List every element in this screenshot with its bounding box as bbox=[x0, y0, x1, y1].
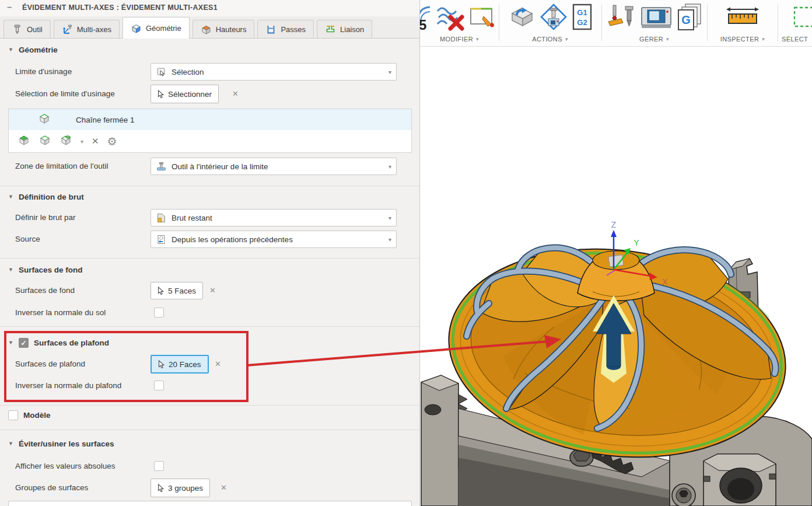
section-header-plafond[interactable]: ▼ ✓ Surfaces de plafond bbox=[8, 338, 109, 348]
operation-dialog-panel: – ÉVIDEMENT MULTI-AXES : ÉVIDEMENT MULTI… bbox=[0, 0, 420, 506]
ribbon-group-label[interactable]: GÉRER▾ bbox=[639, 34, 669, 44]
surface-groups-label: Groupes de surfaces bbox=[15, 479, 88, 497]
model-checkbox[interactable] bbox=[8, 410, 18, 420]
chevron-down-icon: ▾ bbox=[666, 36, 669, 42]
ribbon-group-label[interactable]: ACTIONS▾ bbox=[532, 34, 568, 44]
invert-floor-normal-checkbox[interactable] bbox=[154, 308, 164, 317]
tab-liaison[interactable]: Liaison bbox=[317, 20, 372, 38]
separator bbox=[0, 186, 419, 186]
add-solid-face-chain-icon[interactable] bbox=[18, 134, 30, 149]
machining-boundary-dropdown[interactable]: Sélection ▾ bbox=[150, 63, 397, 81]
window-select-icon[interactable] bbox=[793, 6, 812, 27]
tab-passes[interactable]: Passes bbox=[257, 20, 314, 38]
ceiling-enabled-checkbox[interactable]: ✓ bbox=[19, 338, 29, 348]
ribbon-group-label[interactable]: INSPECTER▾ bbox=[720, 34, 765, 44]
stock-mode-label: Définir le brut par bbox=[15, 209, 76, 226]
section-header-fond[interactable]: ▼ Surfaces de fond bbox=[8, 266, 82, 274]
machine-icon[interactable] bbox=[640, 4, 672, 30]
tool-containment-label: Zone de limitation de l'outil bbox=[15, 158, 108, 175]
previous-operations-icon bbox=[156, 234, 167, 245]
floor-faces-button[interactable]: 5 Faces bbox=[150, 282, 203, 299]
ribbon-group-label[interactable]: SÉLECT bbox=[778, 34, 808, 44]
section-header-brut[interactable]: ▼ Définition de brut bbox=[8, 193, 84, 201]
measure-ruler-icon[interactable] bbox=[724, 4, 761, 30]
svg-text:G1: G1 bbox=[577, 8, 587, 17]
tab-multi-axes[interactable]: Multi-axes bbox=[54, 20, 120, 38]
add-partial-face-chain-icon[interactable] bbox=[60, 134, 72, 149]
linking-icon bbox=[325, 24, 336, 35]
surface-groups-button[interactable]: 3 groupes bbox=[150, 479, 210, 497]
application-window: – ÉVIDEMENT MULTI-AXES : ÉVIDEMENT MULTI… bbox=[0, 0, 812, 506]
stock-mode-dropdown[interactable]: Brut restant ▾ bbox=[150, 209, 397, 226]
probe-icon[interactable] bbox=[606, 3, 636, 31]
tab-hauteurs[interactable]: Hauteurs bbox=[192, 20, 255, 38]
button-label: 20 Faces bbox=[169, 360, 201, 369]
chevron-down-icon: ▾ bbox=[388, 69, 391, 75]
cursor-pointer-icon bbox=[158, 287, 164, 295]
chevron-down-icon: ▾ bbox=[762, 36, 765, 42]
button-label: Sélectionner bbox=[168, 90, 212, 99]
passes-icon bbox=[265, 24, 276, 35]
tab-label: Liaison bbox=[340, 25, 364, 34]
chain-toolbar: ▾ ✕ ⚙ bbox=[9, 130, 411, 152]
clear-selection-icon[interactable]: ✕ bbox=[232, 85, 239, 103]
tool-containment-dropdown[interactable]: Outil à l'intérieur de la limite ▾ bbox=[150, 158, 397, 175]
dialog-titlebar: – ÉVIDEMENT MULTI-AXES : ÉVIDEMENT MULTI… bbox=[0, 0, 419, 17]
delete-chain-icon[interactable]: ✕ bbox=[92, 136, 99, 146]
boundary-selection-label: Sélection de limite d'usinage bbox=[15, 85, 115, 103]
simulate-icon[interactable] bbox=[508, 3, 536, 31]
collapse-dialog-icon[interactable]: – bbox=[7, 2, 16, 13]
geometry-cube-icon bbox=[131, 23, 142, 34]
expander-icon: ▼ bbox=[8, 441, 13, 446]
button-label: 5 Faces bbox=[168, 287, 196, 295]
tab-label: Multi-axes bbox=[77, 25, 111, 34]
gcode-documents-icon[interactable]: G bbox=[676, 3, 703, 31]
closed-chain-icon bbox=[38, 112, 51, 127]
svg-text:G2: G2 bbox=[577, 18, 587, 27]
gear-icon[interactable]: ⚙ bbox=[107, 136, 117, 147]
section-header-eviter[interactable]: ▼ Éviter/usiner les surfaces bbox=[8, 439, 114, 448]
add-open-face-chain-icon[interactable] bbox=[38, 134, 51, 149]
model-label: Modèle bbox=[23, 410, 51, 420]
section-header-geometrie[interactable]: ▼ Géométrie bbox=[8, 46, 58, 54]
feeds-partial-icon[interactable]: 5 bbox=[420, 3, 431, 31]
absolute-values-checkbox[interactable] bbox=[154, 461, 164, 471]
g1g2-nc-code-icon[interactable]: G1G2 bbox=[572, 3, 593, 31]
separator bbox=[0, 258, 419, 259]
viewport-canvas[interactable]: Z Y X bbox=[420, 46, 812, 506]
dropdown-value: Sélection bbox=[172, 68, 204, 76]
clear-surface-groups-icon[interactable]: ✕ bbox=[220, 479, 227, 497]
edit-boundary-icon[interactable] bbox=[468, 4, 496, 30]
dialog-tab-strip: Outil Multi-axes Géométrie Hauteurs bbox=[0, 16, 419, 39]
svg-text:G: G bbox=[681, 13, 691, 26]
invert-ceiling-normal-checkbox[interactable] bbox=[154, 381, 164, 390]
ribbon-group-selectionner: SÉLECT bbox=[778, 0, 812, 46]
axis-label-z: Z bbox=[611, 220, 617, 229]
ceiling-faces-button[interactable]: 20 Faces bbox=[150, 355, 209, 374]
clear-floor-faces-icon[interactable]: ✕ bbox=[209, 282, 216, 299]
chain-more-options-icon[interactable]: ▾ bbox=[80, 138, 83, 145]
cursor-pointer-icon bbox=[158, 360, 164, 369]
boundary-select-button[interactable]: Sélectionner bbox=[150, 85, 219, 103]
expander-icon: ▼ bbox=[8, 267, 13, 273]
chevron-down-icon: ▾ bbox=[388, 236, 391, 243]
tab-label: Outil bbox=[27, 25, 43, 34]
post-process-icon[interactable] bbox=[540, 3, 568, 31]
chain-list-item[interactable]: Chaîne fermée 1 bbox=[9, 109, 411, 130]
ribbon-group-actions: G1G2 ACTIONS▾ bbox=[499, 0, 601, 46]
section-title: Définition de brut bbox=[19, 193, 84, 201]
separator bbox=[0, 326, 419, 327]
stock-source-dropdown[interactable]: Depuis les opérations précédentes ▾ bbox=[150, 231, 397, 248]
invert-floor-normal-label: Inverser la normale du sol bbox=[15, 308, 106, 318]
delete-toolpath-icon[interactable] bbox=[435, 3, 464, 31]
ribbon-group-label[interactable]: MODIFIER▾ bbox=[440, 34, 479, 44]
clear-ceiling-faces-icon[interactable]: ✕ bbox=[215, 355, 221, 374]
separator bbox=[0, 405, 419, 406]
tab-geometrie[interactable]: Géométrie bbox=[123, 17, 190, 39]
invert-ceiling-normal-label: Inverser la normale du plafond bbox=[15, 381, 121, 391]
dialog-title: ÉVIDEMENT MULTI-AXES : ÉVIDEMENT MULTI-A… bbox=[22, 4, 218, 12]
tab-outil[interactable]: Outil bbox=[4, 20, 51, 38]
section-title: Surfaces de plafond bbox=[34, 339, 109, 347]
tab-label: Géométrie bbox=[146, 24, 181, 33]
next-section-partial bbox=[8, 501, 412, 506]
